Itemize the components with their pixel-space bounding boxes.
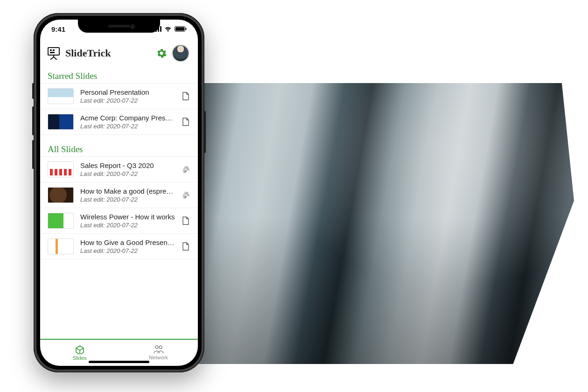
slide-row[interactable]: Personal Presentation Last edit: 2020-07…	[40, 84, 198, 109]
section-starred-heading: Starred Slides	[40, 68, 198, 84]
pdf-icon	[182, 118, 190, 126]
svg-rect-7	[48, 48, 59, 55]
slide-title: How to Make a good (espresso) c…	[80, 187, 175, 195]
slide-row[interactable]: Sales Report - Q3 2020 Last edit: 2020-0…	[40, 157, 198, 182]
svg-point-15	[159, 346, 162, 349]
slide-thumbnail	[48, 238, 74, 254]
hero-image	[168, 37, 574, 364]
drive-icon	[182, 166, 190, 173]
slide-thumbnail	[48, 213, 74, 229]
wifi-icon	[164, 26, 172, 32]
slide-subtitle: Last edit: 2020-07-22	[80, 97, 175, 104]
avatar[interactable]	[172, 44, 189, 62]
phone-notch	[78, 20, 160, 33]
app-title: SlideTrick	[65, 47, 111, 59]
svg-rect-8	[50, 49, 52, 51]
slide-row[interactable]: How to Make a good (espresso) c… Last ed…	[40, 182, 198, 208]
slide-row[interactable]: Wireless Power - How it works Last edit:…	[40, 208, 198, 234]
slide-title: Wireless Power - How it works	[80, 213, 175, 221]
svg-rect-5	[175, 27, 184, 31]
app-logo-icon	[47, 47, 61, 60]
slide-subtitle: Last edit: 2020-07-22	[80, 247, 175, 254]
phone-mockup: 9:41	[34, 13, 204, 372]
tab-label: Network	[149, 355, 168, 360]
svg-line-13	[54, 57, 57, 60]
slide-subtitle: Last edit: 2020-07-22	[80, 222, 175, 229]
slide-row[interactable]: How to Give a Good Presentation Last edi…	[40, 234, 198, 259]
slide-title: Sales Report - Q3 2020	[80, 161, 175, 169]
slide-subtitle: Last edit: 2020-07-22	[80, 123, 175, 130]
slide-title: Acme Corp: Company Presentation	[80, 114, 175, 122]
drive-icon	[182, 191, 190, 199]
slide-thumbnail	[48, 187, 74, 203]
svg-line-12	[50, 57, 54, 60]
slide-title: How to Give a Good Presentation	[80, 238, 175, 246]
svg-rect-3	[160, 26, 161, 32]
pdf-icon	[182, 242, 190, 251]
slide-thumbnail	[48, 88, 74, 104]
slide-title: Personal Presentation	[80, 88, 175, 96]
pdf-icon	[182, 92, 190, 100]
svg-rect-10	[50, 52, 55, 53]
app-header: SlideTrick	[40, 38, 198, 68]
svg-rect-6	[186, 28, 187, 30]
battery-icon	[175, 26, 187, 32]
settings-button[interactable]	[156, 48, 167, 59]
status-time: 9:41	[51, 25, 65, 33]
slide-row[interactable]: Acme Corp: Company Presentation Last edi…	[40, 109, 198, 135]
slide-thumbnail	[48, 161, 74, 177]
home-indicator	[89, 361, 149, 363]
svg-rect-9	[53, 49, 55, 51]
section-all-heading: All Slides	[40, 141, 198, 157]
pdf-icon	[182, 217, 190, 225]
slide-subtitle: Last edit: 2020-07-22	[80, 170, 175, 177]
slide-thumbnail	[48, 114, 74, 130]
slide-subtitle: Last edit: 2020-07-22	[80, 196, 175, 203]
svg-point-14	[155, 346, 158, 349]
tab-label: Slides	[73, 355, 87, 361]
